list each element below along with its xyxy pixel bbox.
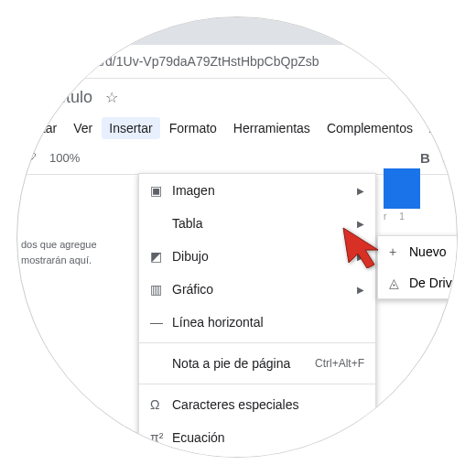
separator: [139, 384, 375, 384]
submenu-from-drive[interactable]: ◬ De Drive: [378, 267, 458, 298]
menu-image[interactable]: ▣ Imagen ▶: [139, 174, 375, 207]
menu-edit[interactable]: ditar: [25, 117, 64, 139]
new-tab-button[interactable]: +: [54, 16, 80, 39]
doc-header: o sin título ☆: [16, 79, 458, 115]
chart-icon: ▥: [150, 282, 172, 297]
omega-icon: Ω: [150, 397, 172, 412]
svg-marker-0: [343, 228, 378, 268]
pi-icon: π²: [150, 430, 172, 445]
menu-chart[interactable]: ▥ Gráfico ▶: [139, 273, 375, 306]
drive-icon: ◬: [389, 276, 409, 290]
image-icon: ▣: [150, 183, 172, 198]
plus-icon: +: [389, 244, 409, 259]
menu-addons[interactable]: Complementos: [319, 117, 420, 139]
doc-title[interactable]: o sin título: [17, 88, 92, 107]
menu-hline[interactable]: — Línea horizontal: [139, 306, 375, 339]
insert-dropdown: ▣ Imagen ▶ Tabla ▶ ◩ Dibujo ▶ ▥ Gráfico …: [138, 173, 376, 458]
drawing-submenu: + Nuevo ◬ De Drive: [377, 235, 458, 299]
menu-tools[interactable]: Herramientas: [226, 117, 318, 139]
outline-sidebar: dos que agregue mostrarán aquí.: [21, 237, 97, 267]
menu-help[interactable]: Ayuda: [422, 117, 458, 139]
tab-strip: +: [16, 16, 458, 45]
menu-format[interactable]: Formato: [162, 117, 224, 139]
bold-button[interactable]: B: [420, 150, 430, 166]
submenu-new[interactable]: + Nuevo: [378, 236, 458, 267]
url-text: ogle.com/document/d/1Uv-Vp79daA79ZtHstHb…: [16, 54, 319, 69]
menu-bar: ditar Ver Insertar Formato Herramientas …: [16, 115, 458, 141]
star-icon[interactable]: ☆: [105, 89, 118, 106]
chevron-right-icon: ▶: [357, 186, 364, 196]
separator: [139, 342, 375, 343]
menu-footnote[interactable]: Nota a pie de página Ctrl+Alt+F: [139, 347, 375, 380]
chevron-right-icon: ▶: [357, 285, 364, 295]
menu-equation[interactable]: π² Ecuación: [139, 421, 375, 454]
address-bar[interactable]: ogle.com/document/d/1Uv-Vp79daA79ZtHstHb…: [16, 45, 458, 79]
ruler: r1: [384, 211, 405, 222]
zoom-level[interactable]: 100%: [49, 151, 80, 165]
menu-insert[interactable]: Insertar: [102, 117, 159, 139]
drawing-icon: ◩: [150, 249, 172, 264]
menu-view[interactable]: Ver: [66, 117, 100, 139]
menu-special-chars[interactable]: Ω Caracteres especiales: [139, 388, 375, 421]
margin-marker[interactable]: [384, 168, 420, 209]
hline-icon: —: [150, 315, 172, 330]
italic-button[interactable]: I: [443, 150, 448, 166]
red-arrow-annotation: [338, 222, 384, 271]
paint-format-icon[interactable]: 🖌: [25, 151, 37, 165]
